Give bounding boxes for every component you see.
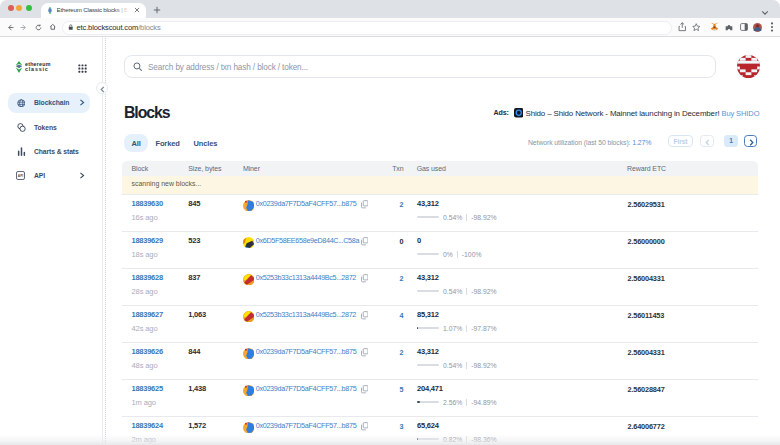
svg-text:API: API	[18, 174, 23, 178]
